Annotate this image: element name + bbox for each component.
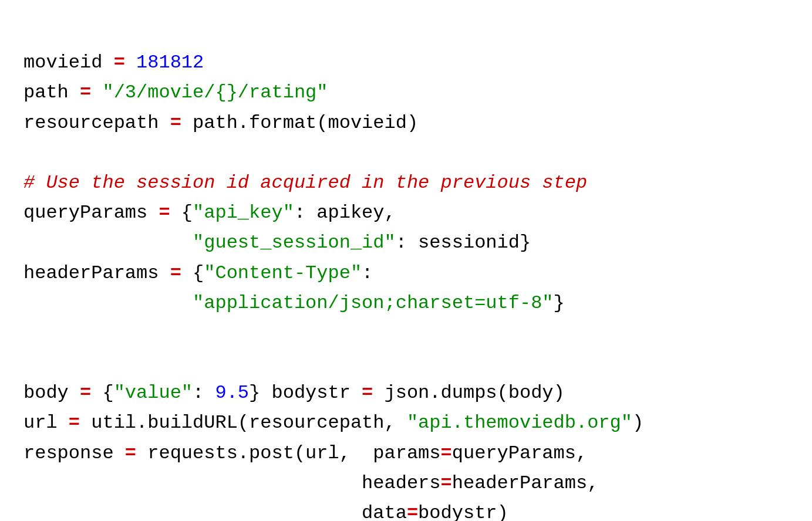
code-token — [125, 52, 136, 73]
code-line: url = util.buildURL(resourcepath, "api.t… — [23, 408, 789, 438]
code-token: "value" — [114, 382, 193, 404]
code-token: } bodystr — [249, 382, 362, 404]
code-token: = — [159, 202, 170, 224]
code-token — [23, 292, 193, 314]
code-token: "api_key" — [193, 202, 294, 224]
code-line: headerParams = {"Content-Type": — [23, 258, 789, 288]
code-token: body — [23, 382, 80, 404]
code-token: { — [181, 262, 204, 284]
code-token: } — [554, 292, 565, 314]
code-token: = — [69, 412, 80, 434]
code-token: { — [91, 382, 113, 404]
code-token: = — [441, 472, 452, 494]
code-token: path — [23, 82, 80, 103]
code-token: url — [23, 412, 69, 434]
code-token: = — [125, 442, 136, 464]
code-token — [23, 232, 193, 253]
code-token: : — [362, 262, 373, 284]
code-block: movieid = 181812path = "/3/movie/{}/rati… — [23, 18, 789, 521]
code-token: ) — [632, 412, 643, 434]
code-token: queryParams — [23, 202, 159, 224]
code-line: path = "/3/movie/{}/rating" — [23, 77, 789, 107]
code-token: = — [80, 382, 91, 404]
code-token: queryParams, — [452, 442, 587, 464]
code-line: data=bodystr) — [23, 498, 789, 521]
code-token: util.buildURL(resourcepath, — [80, 412, 407, 434]
code-token: "application/json;charset=utf-8" — [193, 292, 554, 314]
code-line: headers=headerParams, — [23, 468, 789, 498]
code-token: : apikey, — [294, 202, 396, 224]
code-line: # Use the session id acquired in the pre… — [23, 168, 789, 198]
code-line: "application/json;charset=utf-8"} — [23, 288, 789, 318]
code-token: "Content-Type" — [204, 262, 362, 284]
code-token: # Use the session id acquired in the pre… — [23, 172, 587, 194]
code-token: = — [407, 502, 418, 521]
code-token: = — [170, 112, 181, 134]
code-token: headers — [23, 472, 441, 494]
code-line: queryParams = {"api_key": apikey, — [23, 198, 789, 228]
code-token: = — [170, 262, 181, 284]
code-token: = — [80, 82, 91, 103]
code-token: "/3/movie/{}/rating" — [102, 82, 328, 103]
code-token: = — [114, 52, 125, 73]
code-token: headerParams — [23, 262, 170, 284]
code-token: movieid — [23, 52, 114, 73]
code-token: requests.post(url, params — [136, 442, 440, 464]
code-line: movieid = 181812 — [23, 48, 789, 77]
code-line — [23, 318, 789, 348]
code-token: = — [441, 442, 452, 464]
code-token: data — [23, 502, 407, 521]
code-token: response — [23, 442, 125, 464]
code-token: 9.5 — [215, 382, 249, 404]
code-token: : — [193, 382, 215, 404]
code-token: path.format(movieid) — [181, 112, 418, 134]
code-line: body = {"value": 9.5} bodystr = json.dum… — [23, 378, 789, 408]
code-token: resourcepath — [23, 112, 170, 134]
code-line — [23, 348, 789, 378]
code-token: bodystr) — [418, 502, 508, 521]
code-token: "guest_session_id" — [193, 232, 396, 253]
code-token — [91, 82, 102, 103]
code-line — [23, 138, 789, 168]
code-line: resourcepath = path.format(movieid) — [23, 108, 789, 138]
code-token: = — [362, 382, 373, 404]
code-token: headerParams, — [452, 472, 599, 494]
code-line: response = requests.post(url, params=que… — [23, 438, 789, 468]
code-token: 181812 — [136, 52, 204, 73]
code-line: "guest_session_id": sessionid} — [23, 228, 789, 258]
code-token: "api.themoviedb.org" — [407, 412, 632, 434]
code-token: : sessionid} — [396, 232, 531, 253]
code-token: json.dumps(body) — [373, 382, 564, 404]
code-token: { — [170, 202, 193, 224]
